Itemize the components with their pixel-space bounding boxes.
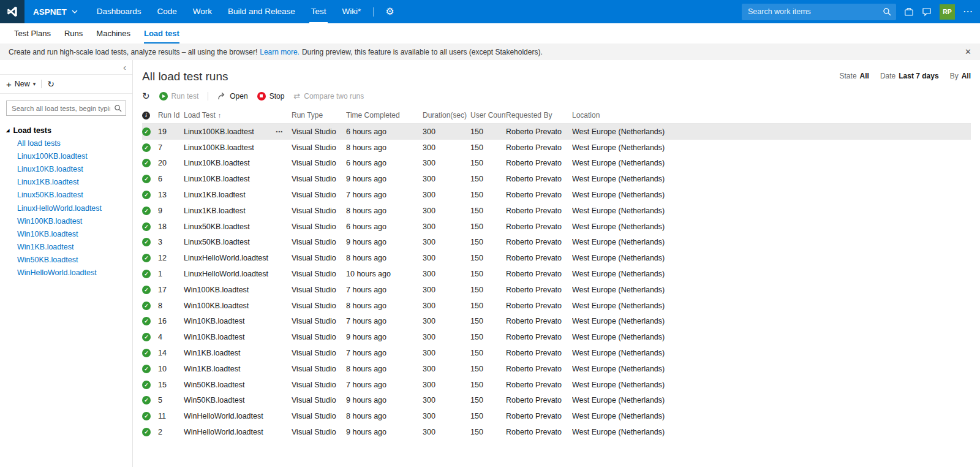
nav-item[interactable]: Build and Release [220, 0, 303, 23]
sidebar-item[interactable]: Win1KB.loadtest [0, 241, 132, 254]
load-test-name: LinuxHelloWorld.loadtest [184, 270, 268, 278]
vsts-logo-icon [6, 5, 19, 18]
requested-by-cell: Roberto Prevato [506, 286, 572, 294]
load-test-cell: WinHelloWorld.loadtest ••• [184, 412, 292, 420]
duration-cell: 300 [423, 222, 470, 231]
column-header[interactable]: Time Completed ↑ [346, 111, 423, 120]
expander-icon[interactable]: ◢ [6, 128, 9, 133]
row-context-menu-icon[interactable]: ••• [276, 129, 287, 134]
load-test-search[interactable] [6, 101, 126, 116]
run-id-cell: 9 [158, 207, 184, 215]
nav-item[interactable]: Test [303, 0, 334, 23]
learn-more-link[interactable]: Learn more. [260, 48, 300, 56]
duration-cell: 300 [423, 191, 470, 199]
column-header[interactable]: User Count ↑ [470, 111, 506, 120]
filter-dropdown[interactable]: Date Last 7 days [880, 72, 939, 80]
table-row[interactable]: ✓ 11 WinHelloWorld.loadtest ••• Visual S… [142, 408, 971, 424]
location-cell: West Europe (Netherlands) [572, 191, 971, 199]
column-header[interactable]: Load Test ↑ [184, 111, 292, 120]
table-row[interactable]: ✓ 16 Win10KB.loadtest ••• Visual Studio … [142, 314, 971, 330]
user-count-cell: 150 [470, 127, 506, 136]
tab[interactable]: Test Plans [7, 23, 58, 44]
run-type-cell: Visual Studio [292, 254, 346, 262]
table-row[interactable]: ✓ 14 Win1KB.loadtest ••• Visual Studio 7… [142, 345, 971, 361]
load-test-cell: Linux100KB.loadtest ••• [184, 143, 292, 152]
table-row[interactable]: ✓ 12 LinuxHelloWorld.loadtest ••• Visual… [142, 250, 971, 266]
settings-gear-icon[interactable]: ⚙ [378, 0, 401, 23]
run-type-cell: Visual Studio [292, 191, 346, 199]
table-row[interactable]: ✓ 6 Linux10KB.loadtest ••• Visual Studio… [142, 171, 971, 187]
tab[interactable]: Runs [58, 23, 89, 44]
sidebar-item[interactable]: LinuxHelloWorld.loadtest [0, 202, 132, 215]
success-icon: ✓ [142, 175, 151, 183]
table-row[interactable]: ✓ 1 LinuxHelloWorld.loadtest ••• Visual … [142, 266, 971, 282]
column-label: Run Type [292, 111, 323, 120]
load-test-cell: Win10KB.loadtest ••• [184, 317, 292, 325]
table-row[interactable]: ✓ 18 Linux50KB.loadtest ••• Visual Studi… [142, 219, 971, 235]
sidebar-item[interactable]: Linux10KB.loadtest [0, 162, 132, 175]
duration-cell: 300 [423, 365, 470, 373]
table-row[interactable]: ✓ 8 Win100KB.loadtest ••• Visual Studio … [142, 298, 971, 314]
vsts-logo[interactable] [0, 0, 24, 23]
project-selector[interactable]: ASPNET [24, 7, 89, 17]
stop-button[interactable]: Stop [257, 92, 285, 101]
work-item-search[interactable] [742, 4, 896, 20]
column-header[interactable]: Requested By ↑ [506, 111, 572, 120]
load-test-search-input[interactable] [10, 104, 111, 113]
tab[interactable]: Load test [137, 23, 186, 44]
sidebar-item[interactable]: Win100KB.loadtest [0, 215, 132, 227]
nav-item[interactable]: Work [185, 0, 220, 23]
requested-by-cell: Roberto Prevato [506, 317, 572, 325]
table-row[interactable]: ✓ 3 Linux50KB.loadtest ••• Visual Studio… [142, 235, 971, 251]
table-row[interactable]: ✓ 7 Linux100KB.loadtest ••• Visual Studi… [142, 140, 971, 156]
info-icon[interactable]: i [142, 112, 150, 120]
search-icon[interactable] [883, 7, 891, 16]
sidebar-item[interactable]: Win10KB.loadtest [0, 227, 132, 240]
column-header[interactable]: Run Type ↑ [292, 111, 346, 120]
refresh-icon[interactable]: ↻ [142, 91, 150, 101]
duration-cell: 300 [423, 428, 470, 436]
nav-item[interactable]: Code [149, 0, 185, 23]
tab[interactable]: Machines [89, 23, 137, 44]
table-row[interactable]: ✓ 20 Linux10KB.loadtest ••• Visual Studi… [142, 156, 971, 172]
table-row[interactable]: ✓ 15 Win50KB.loadtest ••• Visual Studio … [142, 377, 971, 393]
sidebar-item[interactable]: Linux50KB.loadtest [0, 189, 132, 202]
more-icon[interactable]: ⋯ [963, 7, 973, 17]
table-row[interactable]: ✓ 4 Win10KB.loadtest ••• Visual Studio 9… [142, 329, 971, 345]
search-icon[interactable] [114, 104, 122, 112]
filter-dropdown[interactable]: By All [950, 72, 971, 80]
compare-button[interactable]: ⇄ Compare two runs [293, 92, 364, 101]
search-input[interactable] [747, 7, 883, 17]
open-button[interactable]: Open [217, 92, 247, 101]
sidebar-item[interactable]: Linux100KB.loadtest [0, 150, 132, 162]
table-row[interactable]: ✓ 9 Linux1KB.loadtest ••• Visual Studio … [142, 203, 971, 219]
sidebar-item[interactable]: WinHelloWorld.loadtest [0, 267, 132, 279]
time-completed-cell: 7 hours ago [346, 191, 423, 199]
sidebar-item[interactable]: Linux1KB.loadtest [0, 176, 132, 189]
refresh-icon[interactable]: ↻ [47, 80, 55, 88]
new-button[interactable]: + New ▾ [6, 80, 36, 89]
table-row[interactable]: ✓ 10 Win1KB.loadtest ••• Visual Studio 8… [142, 361, 971, 377]
column-header[interactable]: Run Id ↑ [158, 111, 184, 120]
table-row[interactable]: ✓ 5 Win50KB.loadtest ••• Visual Studio 9… [142, 393, 971, 409]
close-icon[interactable]: ✕ [965, 47, 971, 56]
run-test-button[interactable]: Run test [159, 92, 199, 101]
sidebar-item[interactable]: All load tests [0, 137, 132, 150]
run-id-cell: 1 [158, 270, 184, 278]
table-row[interactable]: ✓ 17 Win100KB.loadtest ••• Visual Studio… [142, 282, 971, 298]
feedback-icon[interactable] [922, 7, 932, 17]
tree-node-load-tests[interactable]: ◢ Load tests [0, 124, 132, 137]
sidebar-collapse-icon[interactable]: ‹ [123, 63, 126, 72]
table-row[interactable]: ✓ 19 Linux100KB.loadtest ••• Visual Stud… [142, 124, 971, 140]
nav-item[interactable]: Dashboards [89, 0, 149, 23]
filter-dropdown[interactable]: State All [840, 72, 869, 80]
table-row[interactable]: ✓ 13 Linux1KB.loadtest ••• Visual Studio… [142, 187, 971, 203]
nav-item[interactable]: Wiki* [334, 0, 369, 23]
column-header[interactable]: Duration(sec) ↑ [423, 111, 470, 120]
avatar[interactable]: RP [940, 4, 955, 20]
run-id-cell: 11 [158, 412, 184, 420]
sidebar-item[interactable]: Win50KB.loadtest [0, 254, 132, 267]
column-header[interactable]: Location ↑ [572, 111, 971, 120]
marketplace-bag-icon[interactable] [904, 7, 914, 17]
table-row[interactable]: ✓ 2 WinHelloWorld.loadtest ••• Visual St… [142, 424, 971, 440]
